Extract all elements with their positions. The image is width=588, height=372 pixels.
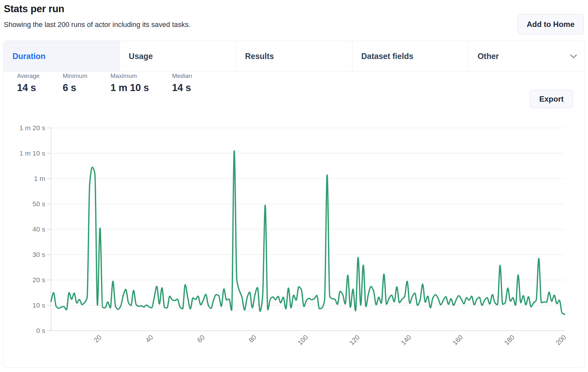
duration-chart: 0 s10 s20 s30 s40 s50 s1 m1 m 10 s1 m 20… <box>10 124 585 367</box>
tab-other[interactable]: Other <box>468 41 584 71</box>
tab-dataset-fields[interactable]: Dataset fields <box>352 41 469 71</box>
stat-maximum-label: Maximum <box>111 72 149 80</box>
stat-minimum: Minimum 6 s <box>63 72 87 94</box>
stat-median-label: Median <box>172 72 192 80</box>
x-axis-label: 180 <box>503 334 516 347</box>
page-title: Stats per run <box>4 3 64 15</box>
stat-maximum-value: 1 m 10 s <box>111 82 149 94</box>
page-subtitle: Showing the last 200 runs of actor inclu… <box>4 21 190 29</box>
export-button[interactable]: Export <box>530 90 573 108</box>
stat-average-label: Average <box>17 72 39 80</box>
chart-line <box>51 151 565 314</box>
x-axis-label: 60 <box>196 334 206 344</box>
x-axis-label: 140 <box>399 334 413 347</box>
tab-usage-label: Usage <box>129 52 153 61</box>
tab-usage[interactable]: Usage <box>120 41 236 71</box>
add-to-home-button[interactable]: Add to Home <box>518 14 584 34</box>
tab-duration[interactable]: Duration <box>4 41 120 71</box>
stat-median: Median 14 s <box>172 72 192 94</box>
tab-duration-label: Duration <box>13 52 46 61</box>
x-axis-label: 160 <box>451 334 464 347</box>
tab-other-label: Other <box>477 52 499 61</box>
y-axis-label: 0 s <box>36 327 45 334</box>
y-axis-label: 30 s <box>32 251 45 258</box>
y-axis-label: 1 m 10 s <box>19 149 45 157</box>
tab-results[interactable]: Results <box>236 41 352 71</box>
y-axis-label: 50 s <box>32 200 45 207</box>
y-axis-label: 40 s <box>32 225 45 233</box>
duration-line-chart: 0 s10 s20 s30 s40 s50 s1 m1 m 10 s1 m 20… <box>10 124 585 367</box>
tab-results-label: Results <box>245 52 274 61</box>
summary-stats: Average 14 s Minimum 6 s Maximum 1 m 10 … <box>17 72 192 94</box>
y-axis-label: 10 s <box>32 301 45 309</box>
x-axis-label: 80 <box>247 334 258 344</box>
x-axis-label: 100 <box>296 334 309 347</box>
tab-dataset-fields-label: Dataset fields <box>361 52 414 61</box>
stat-maximum: Maximum 1 m 10 s <box>111 72 149 94</box>
x-axis-label: 120 <box>348 334 361 347</box>
stat-average: Average 14 s <box>17 72 39 94</box>
x-axis-label: 40 <box>144 334 155 344</box>
chevron-down-icon <box>570 52 577 61</box>
stats-card: Duration Usage Results Dataset fields Ot… <box>3 41 585 368</box>
tab-bar: Duration Usage Results Dataset fields Ot… <box>4 41 584 72</box>
x-axis-label: 200 <box>554 334 567 347</box>
stat-average-value: 14 s <box>17 82 39 94</box>
stat-median-value: 14 s <box>172 82 192 94</box>
y-axis-label: 1 m 20 s <box>19 124 45 131</box>
stat-minimum-value: 6 s <box>63 82 87 94</box>
stat-minimum-label: Minimum <box>63 72 87 80</box>
y-axis-label: 20 s <box>32 276 45 283</box>
y-axis-label: 1 m <box>34 175 45 182</box>
x-axis-label: 20 <box>92 334 103 344</box>
